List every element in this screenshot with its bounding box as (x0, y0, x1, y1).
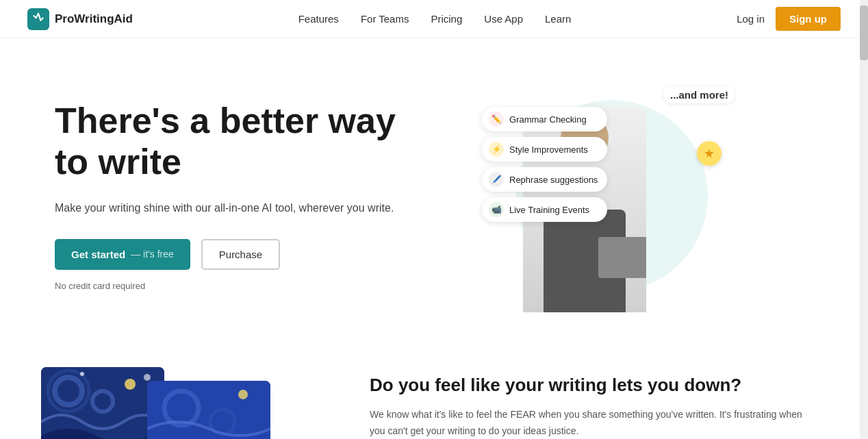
pill-style: ⚡ Style Improvements (482, 137, 607, 162)
login-button[interactable]: Log in (737, 13, 765, 25)
nav-pricing[interactable]: Pricing (431, 13, 462, 25)
svg-point-6 (80, 372, 84, 376)
no-credit-text: No credit card required (55, 281, 411, 291)
nav-features[interactable]: Features (298, 13, 339, 25)
section-left-art: My idea in my head (27, 367, 329, 439)
style-icon: ⚡ (489, 142, 504, 157)
feature-pills: ✏️ Grammar Checking ⚡ Style Improvements… (482, 107, 607, 222)
hero-right: ...and more! ✏️ Grammar Checking (411, 79, 813, 312)
scrollbar-thumb[interactable] (860, 5, 868, 60)
nav-for-teams[interactable]: For Teams (361, 13, 409, 25)
section-writing-lets-down: My idea in my head Do you feel like your… (0, 340, 868, 439)
get-started-label: Get started (71, 249, 125, 260)
hero-left: There's a better way to write Make your … (55, 101, 411, 290)
section-title: Do you feel like your writing lets you d… (370, 374, 813, 397)
hero-section: There's a better way to write Make your … (0, 38, 868, 340)
signup-button[interactable]: Sign up (776, 7, 841, 31)
purchase-button[interactable]: Purchase (201, 239, 280, 270)
logo-icon (27, 8, 49, 30)
get-started-button[interactable]: Get started — it's free (55, 239, 190, 270)
hero-illustration: ...and more! ✏️ Grammar Checking (482, 79, 742, 312)
and-more-badge: ...and more! (663, 86, 735, 103)
plus-badge (697, 141, 722, 166)
pill-training: 📹 Live Training Events (482, 197, 607, 222)
free-tag: — it's free (131, 249, 174, 260)
scrollbar[interactable] (860, 0, 868, 439)
training-label: Live Training Events (509, 205, 589, 215)
section-body: We know what it's like to feel the FEAR … (370, 407, 813, 439)
section-right-text: Do you feel like your writing lets you d… (329, 367, 813, 439)
hero-title: There's a better way to write (55, 101, 411, 183)
pill-rephrase: 🖊️ Rephrase suggestions (482, 167, 607, 192)
grammar-icon: ✏️ (489, 112, 504, 127)
rephrase-label: Rephrase suggestions (509, 175, 598, 185)
rephrase-icon: 🖊️ (489, 172, 504, 187)
hero-buttons: Get started — it's free Purchase (55, 239, 411, 270)
laptop (598, 237, 646, 278)
painting-card-main (41, 367, 164, 439)
painting-card-overlay (147, 381, 270, 439)
svg-point-5 (144, 374, 151, 381)
pill-grammar: ✏️ Grammar Checking (482, 107, 607, 131)
style-label: Style Improvements (509, 145, 588, 155)
nav-links: Features For Teams Pricing Use App Learn (298, 13, 572, 25)
training-icon: 📹 (489, 202, 504, 217)
svg-point-10 (238, 390, 248, 399)
svg-point-4 (125, 379, 136, 390)
navbar: ProWritingAid Features For Teams Pricing… (0, 0, 868, 38)
logo-link[interactable]: ProWritingAid (27, 8, 133, 30)
nav-learn[interactable]: Learn (545, 13, 571, 25)
hero-subtitle: Make your writing shine with our all-in-… (55, 199, 411, 217)
navbar-right: Log in Sign up (737, 7, 841, 31)
nav-use-app[interactable]: Use App (484, 13, 523, 25)
grammar-label: Grammar Checking (509, 114, 587, 125)
logo-text: ProWritingAid (55, 12, 133, 26)
